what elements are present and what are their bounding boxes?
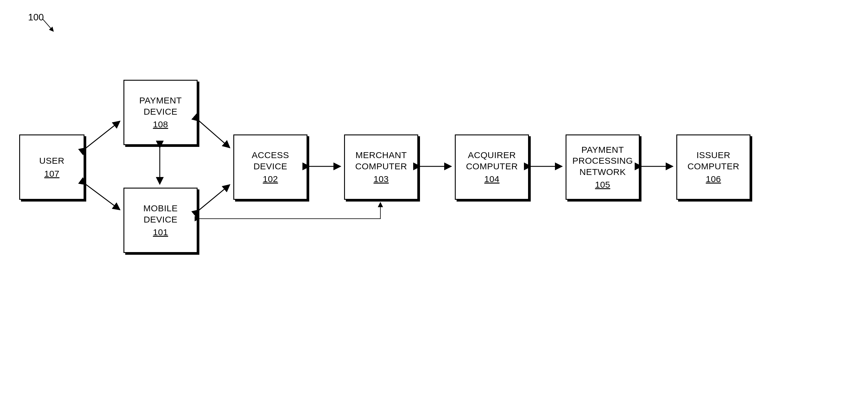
edge-user-payment [86, 121, 120, 148]
node-merchant-title: MERCHANT COMPUTER [355, 149, 407, 172]
node-mobile-device-ref: 101 [153, 227, 168, 238]
node-acquirer-ref: 104 [484, 173, 500, 185]
lead-line-arrow [41, 18, 59, 35]
node-payment-processing-network: PAYMENT PROCESSING NETWORK 105 [565, 135, 640, 200]
node-mobile-device: MOBILE DEVICE 101 [123, 188, 197, 253]
node-user-title: USER [39, 155, 64, 166]
node-access-device-title: ACCESS DEVICE [252, 149, 289, 172]
node-merchant-ref: 103 [374, 173, 389, 185]
diagram-canvas: 100 USER 107 PAYMENT DEVICE 108 MOBILE D… [0, 0, 868, 409]
node-merchant-computer: MERCHANT COMPUTER 103 [344, 135, 418, 200]
node-payment-device: PAYMENT DEVICE 108 [123, 80, 197, 145]
edge-user-mobile [86, 185, 120, 210]
node-user-ref: 107 [44, 168, 60, 179]
node-payment-device-title: PAYMENT DEVICE [139, 95, 182, 117]
node-acquirer-computer: ACQUIRER COMPUTER 104 [455, 135, 529, 200]
node-ppn-title: PAYMENT PROCESSING NETWORK [572, 144, 633, 178]
node-payment-device-ref: 108 [153, 119, 168, 130]
node-acquirer-title: ACQUIRER COMPUTER [466, 149, 518, 172]
node-user: USER 107 [19, 135, 85, 200]
edge-mobile-access [199, 185, 230, 210]
node-issuer-computer: ISSUER COMPUTER 106 [676, 135, 750, 200]
node-issuer-ref: 106 [706, 173, 721, 185]
edge-mobile-merchant [199, 202, 380, 219]
node-issuer-title: ISSUER COMPUTER [687, 149, 740, 172]
node-mobile-device-title: MOBILE DEVICE [143, 203, 178, 225]
node-access-device-ref: 102 [263, 173, 278, 185]
node-access-device: ACCESS DEVICE 102 [233, 135, 307, 200]
edge-payment-access [199, 121, 230, 148]
svg-line-0 [43, 19, 53, 31]
node-ppn-ref: 105 [595, 179, 611, 190]
